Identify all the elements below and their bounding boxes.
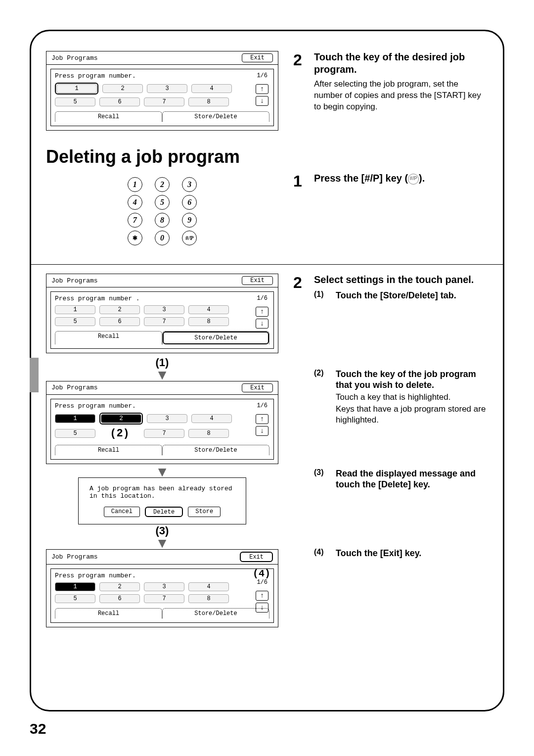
program-key-3[interactable]: 3 [144,582,184,591]
tab-recall[interactable]: Recall [55,111,162,122]
touch-panel-store-tab: Job Programs Exit Press program number .… [46,274,278,353]
keypad-4[interactable]: 4 [128,195,142,210]
program-key-3[interactable]: 3 [147,84,187,93]
program-key-4[interactable]: 4 [188,582,229,591]
store-button[interactable]: Store [188,507,221,517]
keypad-7[interactable]: 7 [128,213,142,228]
program-key-8[interactable]: 8 [188,594,229,603]
panel-title: Job Programs [51,553,98,561]
exit-button[interactable]: Exit [242,276,273,285]
program-key-5[interactable]: 5 [55,429,95,438]
keypad-5[interactable]: 5 [155,195,170,210]
tab-recall[interactable]: Recall [55,445,162,455]
program-key-8[interactable]: 8 [188,429,229,438]
scroll-down-icon[interactable]: ↓ [256,319,268,329]
scroll-down-icon[interactable]: ↓ [256,603,268,613]
substep-title: Read the displayed message and touch the… [336,468,488,490]
tab-recall[interactable]: Recall [55,331,162,344]
program-key-3[interactable]: 3 [147,414,187,423]
tab-store-delete[interactable]: Store/Delete [162,445,269,455]
program-key-1[interactable]: 1 [55,414,95,423]
keypad-star[interactable]: ✱ [128,231,142,245]
program-key-7[interactable]: 7 [144,429,184,438]
hashp-icon: #/P [408,174,419,185]
tab-recall[interactable]: Recall [55,608,162,618]
panel-prompt: Press program number . [55,295,269,302]
substep-number: (1) [314,290,331,301]
dialog-message-line1: A job program has been already stored [89,485,235,492]
tab-store-delete[interactable]: Store/Delete [162,111,269,122]
tab-store-delete[interactable]: Store/Delete [164,333,267,343]
exit-button[interactable]: Exit [242,53,273,62]
substep-title: Touch the [Store/Delete] tab. [336,290,456,301]
confirm-dialog: A job program has been already stored in… [78,477,246,524]
program-key-1[interactable]: 1 [56,84,97,93]
page-indicator: 1/6 [257,295,267,302]
program-key-2[interactable]: 2 [99,305,140,314]
program-key-4[interactable]: 4 [188,305,229,314]
substep-number: (2) [314,369,331,425]
step-title: Select settings in the touch panel. [314,274,488,286]
program-key-2[interactable]: 2 [99,582,140,591]
program-key-4[interactable]: 4 [191,84,232,93]
program-key-6[interactable]: 6 [99,97,140,106]
touch-panel-select-key: Job Programs Exit Press program number. … [46,381,278,464]
scroll-up-icon[interactable]: ↑ [256,414,268,424]
side-tab-marker [30,358,39,392]
step-title: Press the [#/P] key (#/P). [314,172,425,185]
substep-number: (4) [314,548,331,559]
substep-body-line2: Keys that have a job program stored are … [336,404,488,425]
cancel-button[interactable]: Cancel [104,507,140,517]
touch-panel-recall: Job Programs Exit Press program number. … [46,51,278,131]
panel-title: Job Programs [51,384,98,391]
section-divider [30,264,504,265]
program-key-4[interactable]: 4 [191,414,232,423]
panel-prompt: Press program number. [55,572,269,579]
substep-body-line1: Touch a key that is highlighted. [336,392,488,403]
keypad-8[interactable]: 8 [155,213,170,228]
program-key-7[interactable]: 7 [144,97,184,106]
substep-title: Touch the [Exit] key. [336,548,421,559]
program-key-2[interactable]: 2 [101,414,141,423]
scroll-down-icon[interactable]: ↓ [256,96,268,106]
program-key-5[interactable]: 5 [55,97,95,106]
scroll-down-icon[interactable]: ↓ [256,426,268,436]
scroll-up-icon[interactable]: ↑ [256,307,268,317]
keypad-1[interactable]: 1 [128,177,142,192]
step-title: Touch the key of the desired job program… [314,51,488,76]
program-key-1[interactable]: 1 [55,582,95,591]
delete-button[interactable]: Delete [146,508,181,517]
scroll-up-icon[interactable]: ↑ [256,84,268,94]
panel-prompt: Press program number. [55,72,269,80]
keypad-3[interactable]: 3 [182,177,197,192]
program-key-5[interactable]: 5 [55,317,95,326]
page-indicator: 1/6 [257,72,267,79]
step-title-prefix: Press the [#/P] key ( [314,173,408,184]
substep-number: (3) [314,468,331,490]
substep-title: Touch the key of the job program that yo… [336,369,488,391]
touch-panel-exit: Job Programs Exit (4) Press program numb… [46,549,278,627]
program-key-1[interactable]: 1 [55,305,95,314]
down-arrow-icon: ▼ [46,370,278,380]
program-key-3[interactable]: 3 [144,305,184,314]
program-key-2[interactable]: 2 [102,84,143,93]
page-indicator: 1/6 [257,579,267,586]
keypad-6[interactable]: 6 [182,195,197,210]
exit-button[interactable]: Exit [242,383,273,392]
program-key-7[interactable]: 7 [144,317,184,326]
program-key-8[interactable]: 8 [188,97,229,106]
keypad-2[interactable]: 2 [155,177,170,192]
program-key-8[interactable]: 8 [188,317,229,326]
program-key-7[interactable]: 7 [144,594,184,603]
program-key-5[interactable]: 5 [55,594,95,603]
program-key-6[interactable]: 6 [99,594,140,603]
down-arrow-icon: ▼ [46,538,278,548]
tab-store-delete[interactable]: Store/Delete [162,608,269,618]
keypad-hashp[interactable]: #/P [182,231,197,245]
exit-button[interactable]: Exit [241,553,271,561]
keypad-9[interactable]: 9 [182,213,197,228]
scroll-up-icon[interactable]: ↑ [256,591,268,601]
page-indicator: 1/6 [257,402,267,409]
keypad-0[interactable]: 0 [155,231,170,245]
program-key-6[interactable]: 6 [99,317,140,326]
